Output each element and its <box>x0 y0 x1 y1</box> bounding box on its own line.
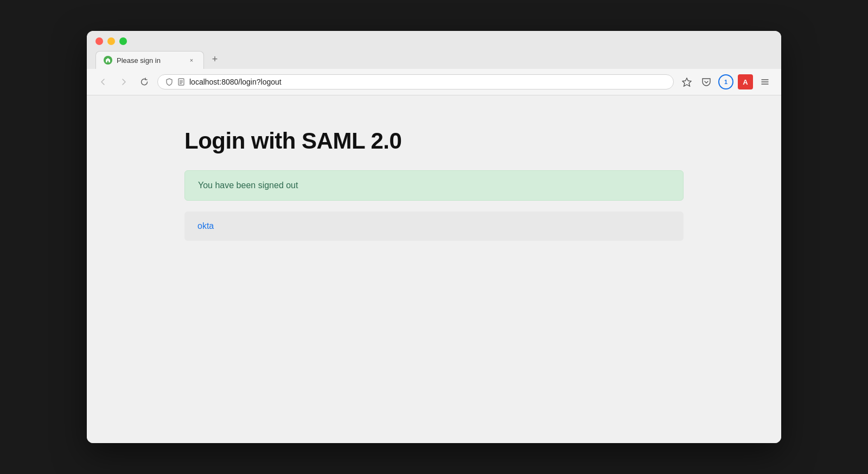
signed-out-alert: You have been signed out <box>184 170 684 201</box>
login-options-panel: okta <box>184 212 684 241</box>
tab-favicon-icon <box>104 56 112 65</box>
toolbar-actions: 1 A <box>679 74 773 89</box>
onepassword-label: 1 <box>724 79 727 85</box>
new-tab-button[interactable]: + <box>206 50 224 68</box>
pocket-button[interactable] <box>699 74 714 89</box>
address-bar[interactable]: localhost:8080/login?logout <box>157 74 674 89</box>
maximize-window-button[interactable] <box>119 37 127 45</box>
close-window-button[interactable] <box>95 37 103 45</box>
page-content: Login with SAML 2.0 You have been signed… <box>87 95 781 443</box>
url-text: localhost:8080/login?logout <box>189 78 666 86</box>
security-icon <box>165 78 173 86</box>
reload-button[interactable] <box>137 74 152 89</box>
traffic-lights <box>95 37 773 45</box>
browser-tab[interactable]: Please sign in × <box>95 51 204 69</box>
onepassword-button[interactable]: 1 <box>718 74 733 89</box>
forward-button[interactable] <box>116 74 131 89</box>
tab-close-button[interactable]: × <box>187 56 196 65</box>
signed-out-message: You have been signed out <box>198 181 298 190</box>
tab-title: Please sign in <box>117 56 183 65</box>
browser-window: Please sign in × + <box>87 31 781 443</box>
minimize-window-button[interactable] <box>107 37 115 45</box>
title-bar: Please sign in × + <box>87 31 781 69</box>
menu-button[interactable] <box>757 74 773 89</box>
bookmark-button[interactable] <box>679 74 694 89</box>
grammarly-label: A <box>743 78 748 86</box>
back-button[interactable] <box>95 74 111 89</box>
toolbar: localhost:8080/login?logout 1 A <box>87 69 781 95</box>
tabs-row: Please sign in × + <box>95 50 773 69</box>
grammarly-button[interactable]: A <box>738 74 753 89</box>
page-heading: Login with SAML 2.0 <box>184 128 684 154</box>
svg-marker-4 <box>682 78 691 86</box>
okta-login-link[interactable]: okta <box>197 221 214 230</box>
page-icon <box>177 78 185 86</box>
